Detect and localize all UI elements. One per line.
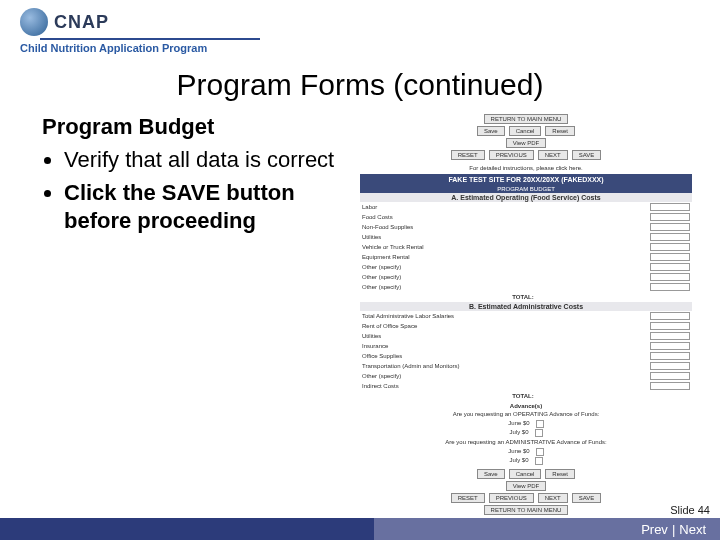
brand-block: CNAP Child Nutrition Application Program — [20, 8, 280, 54]
view-pdf-button[interactable]: View PDF — [506, 138, 547, 148]
form-input[interactable] — [650, 273, 690, 281]
total-b-label: TOTAL: — [512, 393, 539, 399]
form-row-label: Equipment Rental — [362, 254, 650, 260]
body-text: Program Budget Verify that all data is c… — [42, 114, 342, 517]
form-input[interactable] — [650, 203, 690, 211]
nav-reset-button[interactable]: RESET — [451, 150, 485, 160]
form-row: Indirect Costs — [360, 381, 692, 391]
advance-checkbox[interactable] — [535, 457, 543, 465]
next-link[interactable]: Next — [679, 522, 706, 537]
bullet-verify: Verify that all data is correct — [64, 146, 342, 175]
form-row-label: Other (specify) — [362, 264, 650, 270]
form-row-label: Transportation (Admin and Monitors) — [362, 363, 650, 369]
form-input[interactable] — [650, 223, 690, 231]
form-input[interactable] — [650, 322, 690, 330]
total-a-label: TOTAL: — [512, 294, 539, 300]
body-subhead: Program Budget — [42, 114, 342, 140]
form-input[interactable] — [650, 312, 690, 320]
advance-question-2: Are you requesting an ADMINISTRATIVE Adv… — [443, 437, 608, 447]
form-row: Other (specify) — [360, 371, 692, 381]
advance-row-label: July $0 — [509, 457, 528, 465]
form-input[interactable] — [650, 352, 690, 360]
form-row-label: Rent of Office Space — [362, 323, 650, 329]
form-input[interactable] — [650, 382, 690, 390]
advance-question-1: Are you requesting an OPERATING Advance … — [451, 409, 602, 419]
form-row-label: Total Administrative Labor Salaries — [362, 313, 650, 319]
form-row-label: Other (specify) — [362, 373, 650, 379]
nav-reset-bottom[interactable]: RESET — [451, 493, 485, 503]
form-row-label: Utilities — [362, 234, 650, 240]
form-row-label: Other (specify) — [362, 274, 650, 280]
form-row-label: Indirect Costs — [362, 383, 650, 389]
form-input[interactable] — [650, 233, 690, 241]
form-row: Transportation (Admin and Monitors) — [360, 361, 692, 371]
nav-next-button[interactable]: NEXT — [538, 150, 568, 160]
help-link[interactable]: For detailed instructions, please click … — [469, 165, 582, 171]
globe-icon — [20, 8, 48, 36]
form-row: Rent of Office Space — [360, 321, 692, 331]
form-row-label: Vehicle or Truck Rental — [362, 244, 650, 250]
cancel-button-bottom[interactable]: Cancel — [509, 469, 542, 479]
form-screenshot: RETURN TO MAIN MENU Save Cancel Reset Vi… — [360, 114, 692, 517]
form-row: Equipment Rental — [360, 252, 692, 262]
prev-link[interactable]: Prev — [641, 522, 668, 537]
form-row-label: Labor — [362, 204, 650, 210]
advance-row-label: June $0 — [508, 420, 529, 428]
brand-tagline: Child Nutrition Application Program — [20, 42, 280, 54]
bullet-save: Click the SAVE button before proceeding — [64, 179, 342, 236]
save-button[interactable]: Save — [477, 126, 505, 136]
cancel-button[interactable]: Cancel — [509, 126, 542, 136]
slide-footer: Slide 44 Prev | Next — [0, 504, 720, 540]
form-input[interactable] — [650, 283, 690, 291]
advance-row-label: July $0 — [509, 429, 528, 437]
form-row: Utilities — [360, 232, 692, 242]
site-banner: FAKE TEST SITE FOR 20XX/20XX (FAKEDXXX) — [360, 174, 692, 185]
form-row: Total Administrative Labor Salaries — [360, 311, 692, 321]
form-row-label: Utilities — [362, 333, 650, 339]
section-a-header: A. Estimated Operating (Food Service) Co… — [360, 193, 692, 202]
form-input[interactable] — [650, 243, 690, 251]
form-input[interactable] — [650, 362, 690, 370]
slide-number: Slide 44 — [0, 504, 720, 518]
nav-prev-button[interactable]: PREVIOUS — [489, 150, 534, 160]
form-row-label: Non-Food Supplies — [362, 224, 650, 230]
nav-save-button[interactable]: SAVE — [572, 150, 602, 160]
advance-row-label: June $0 — [508, 448, 529, 456]
form-row: Utilities — [360, 331, 692, 341]
form-row: Office Supplies — [360, 351, 692, 361]
form-input[interactable] — [650, 332, 690, 340]
advance-checkbox[interactable] — [536, 448, 544, 456]
advances-header: Advance(s) — [510, 401, 542, 409]
reset-button[interactable]: Reset — [545, 126, 575, 136]
form-row-label: Food Costs — [362, 214, 650, 220]
form-row: Vehicle or Truck Rental — [360, 242, 692, 252]
nav-separator: | — [672, 522, 675, 537]
form-row-label: Insurance — [362, 343, 650, 349]
form-input[interactable] — [650, 213, 690, 221]
form-row: Non-Food Supplies — [360, 222, 692, 232]
nav-next-bottom[interactable]: NEXT — [538, 493, 568, 503]
form-row: Food Costs — [360, 212, 692, 222]
nav-save-bottom[interactable]: SAVE — [572, 493, 602, 503]
form-row: Labor — [360, 202, 692, 212]
save-button-bottom[interactable]: Save — [477, 469, 505, 479]
form-input[interactable] — [650, 263, 690, 271]
section-b-header: B. Estimated Administrative Costs — [360, 302, 692, 311]
advance-checkbox[interactable] — [535, 429, 543, 437]
form-row: Other (specify) — [360, 282, 692, 292]
return-button[interactable]: RETURN TO MAIN MENU — [484, 114, 569, 124]
form-row: Other (specify) — [360, 272, 692, 282]
form-input[interactable] — [650, 372, 690, 380]
form-input[interactable] — [650, 342, 690, 350]
form-title-banner: PROGRAM BUDGET — [360, 185, 692, 193]
nav-prev-bottom[interactable]: PREVIOUS — [489, 493, 534, 503]
advance-checkbox[interactable] — [536, 420, 544, 428]
reset-button-bottom[interactable]: Reset — [545, 469, 575, 479]
form-row: Other (specify) — [360, 262, 692, 272]
form-row: Insurance — [360, 341, 692, 351]
brand-divider — [40, 38, 260, 40]
form-row-label: Other (specify) — [362, 284, 650, 290]
view-pdf-button-bottom[interactable]: View PDF — [506, 481, 547, 491]
brand-abbr: CNAP — [54, 12, 109, 33]
form-input[interactable] — [650, 253, 690, 261]
